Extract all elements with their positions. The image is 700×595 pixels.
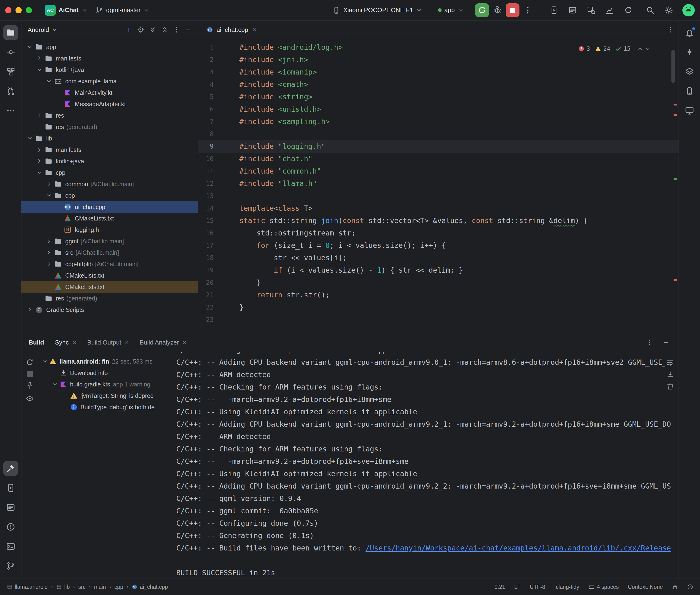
code-line[interactable]: 16 std::ostringstream str;	[198, 227, 678, 239]
caret-position[interactable]: 9:21	[495, 584, 505, 590]
tree-item-ai-chat-cpp[interactable]: ai_chat.cpp	[22, 201, 198, 213]
line-separator[interactable]: LF	[514, 584, 521, 590]
tree-item-cpp[interactable]: cpp	[22, 190, 198, 201]
chevron-down-icon[interactable]	[25, 134, 34, 143]
scroll-to-end-button[interactable]	[666, 370, 674, 378]
breadcrumb-cpp[interactable]: cpp	[114, 584, 123, 590]
chevron-down-icon[interactable]	[51, 380, 60, 389]
tree-item-kotlin-java[interactable]: kotlin+java	[22, 64, 198, 76]
gradle-tool-button[interactable]	[682, 64, 697, 79]
tab-options-button[interactable]	[665, 24, 676, 35]
code-line[interactable]: 23	[198, 314, 678, 326]
run-button[interactable]	[475, 3, 489, 17]
chevron-right-icon[interactable]	[44, 259, 53, 268]
tree-item-mainactivity-kt[interactable]: MainActivity.kt	[22, 87, 198, 98]
chevron-right-icon[interactable]	[35, 157, 44, 166]
clang-tidy-status[interactable]: .clang-tidy	[554, 584, 579, 590]
tab-sync[interactable]: Sync ×	[55, 333, 76, 352]
sync-project-button[interactable]	[622, 4, 635, 17]
tree-item-gradle-scripts[interactable]: Gradle Scripts	[22, 304, 198, 315]
chevron-down-icon[interactable]	[44, 191, 53, 200]
build-console[interactable]: C/C++: -- Using KleidiAI optimized kerne…	[171, 352, 678, 578]
error-stripe-mark[interactable]	[674, 279, 677, 281]
device-explorer-button[interactable]	[682, 84, 697, 98]
code-line[interactable]: 18 str << values[i];	[198, 252, 678, 264]
breadcrumb-lib[interactable]: lib	[56, 584, 70, 590]
locate-file-button[interactable]	[135, 24, 146, 35]
code-line[interactable]: 7#include <sampling.h>	[198, 115, 678, 128]
lock-status[interactable]	[672, 584, 678, 590]
hide-panel-button[interactable]: −	[183, 24, 194, 35]
project-view-selector[interactable]: Android	[25, 25, 60, 35]
terminal-tool-button[interactable]	[3, 539, 18, 554]
running-devices-button[interactable]	[682, 103, 697, 118]
tree-item-ggml[interactable]: ggml[AiChat.lib.main]	[22, 235, 198, 247]
hide-build-panel-button[interactable]: −	[661, 337, 671, 348]
stop-sync-button[interactable]	[27, 371, 33, 377]
code-line[interactable]: 22}	[198, 301, 678, 314]
build-tree-item-llama-android-fin[interactable]: llama.android: fin22 sec, 583 ms	[38, 356, 171, 367]
tree-item-kotlin-java[interactable]: kotlin+java	[22, 155, 198, 167]
tree-item-messageadapter-kt[interactable]: MessageAdapter.kt	[22, 98, 198, 110]
close-tab-icon[interactable]: ×	[183, 339, 186, 345]
tree-item-src[interactable]: src[AiChat.lib.main]	[22, 247, 198, 258]
soft-wrap-button[interactable]	[666, 359, 674, 367]
version-control-tool-button[interactable]	[3, 559, 18, 573]
tree-item-app[interactable]: app	[22, 41, 198, 53]
project-selector[interactable]: AC AiChat	[42, 3, 90, 18]
zoom-window-button[interactable]	[26, 7, 32, 13]
breadcrumb-main[interactable]: main	[94, 584, 106, 590]
device-manager-button[interactable]	[548, 4, 560, 17]
tree-item-logging-h[interactable]: logging.h	[22, 224, 198, 235]
code-line[interactable]: 20 }	[198, 277, 678, 289]
chevron-down-icon[interactable]	[35, 168, 44, 177]
inspections-widget[interactable]: 3 24 15	[578, 42, 651, 55]
tab-build-output[interactable]: Build Output ×	[87, 333, 129, 352]
error-stripe-mark[interactable]	[674, 104, 677, 106]
settings-button[interactable]	[662, 4, 675, 17]
code-line[interactable]: 4#include <cmath>	[198, 78, 678, 91]
tree-item-manifests[interactable]: manifests	[22, 144, 198, 155]
android-avatar[interactable]	[682, 4, 695, 17]
code-line[interactable]: 19 if (i < values.size() - 1) { str << d…	[198, 264, 678, 277]
search-everywhere-button[interactable]	[644, 4, 657, 17]
chevron-down-icon[interactable]	[25, 42, 34, 51]
tree-item-manifests[interactable]: manifests	[22, 53, 198, 64]
tree-item-res[interactable]: res	[22, 110, 198, 121]
build-tree-item-buildtype-debug-is-both-de[interactable]: BuildType 'debug' is both de	[38, 401, 171, 413]
chevron-right-icon[interactable]	[25, 305, 34, 314]
logcat-tool-button[interactable]	[3, 500, 18, 515]
assistant-button[interactable]	[682, 45, 697, 59]
build-output-path-link[interactable]: /Users/hanyin/Workspace/ai-chat/examples…	[366, 544, 671, 552]
chevron-right-icon[interactable]	[35, 145, 44, 154]
code-line[interactable]: 15static std::string join(const std::vec…	[198, 215, 678, 227]
chevron-down-icon[interactable]	[645, 46, 651, 52]
commit-tool-button[interactable]	[3, 45, 18, 59]
errors-count[interactable]: 3	[578, 42, 590, 55]
code-line[interactable]: 3#include <iomanip>	[198, 66, 678, 78]
chevron-down-icon[interactable]	[35, 65, 44, 74]
code-line[interactable]: 21 return str.str();	[198, 289, 678, 301]
run-config-selector[interactable]: app	[435, 4, 467, 16]
tab-build-analyzer[interactable]: Build Analyzer ×	[140, 333, 186, 352]
add-button[interactable]: +	[123, 24, 134, 35]
problems-tool-button[interactable]	[3, 519, 18, 534]
collapse-all-button[interactable]	[159, 24, 170, 35]
structure-tool-button[interactable]	[3, 64, 18, 79]
chevron-right-icon[interactable]	[44, 248, 53, 257]
restart-sync-button[interactable]	[26, 358, 34, 367]
tree-item-cmakelists-txt[interactable]: CMakeLists.txt	[22, 281, 198, 293]
tree-item-common[interactable]: common[AiChat.lib.main]	[22, 178, 198, 190]
close-window-button[interactable]	[5, 7, 11, 13]
breadcrumb-llama-android[interactable]: llama.android	[7, 584, 48, 590]
chevron-down-icon[interactable]	[40, 357, 49, 366]
tree-item-res[interactable]: res(generated)	[22, 121, 198, 133]
chevron-right-icon[interactable]	[35, 111, 44, 120]
inspection-status[interactable]	[687, 584, 693, 590]
tree-item-lib[interactable]: lib	[22, 133, 198, 144]
tree-item-cmakelists-txt[interactable]: CMakeLists.txt	[22, 213, 198, 224]
code-line[interactable]: 6#include <unistd.h>	[198, 103, 678, 115]
close-tab-icon[interactable]: ×	[252, 26, 257, 33]
stop-button[interactable]	[506, 3, 520, 17]
code-line[interactable]: 10#include "chat.h"	[198, 152, 678, 165]
